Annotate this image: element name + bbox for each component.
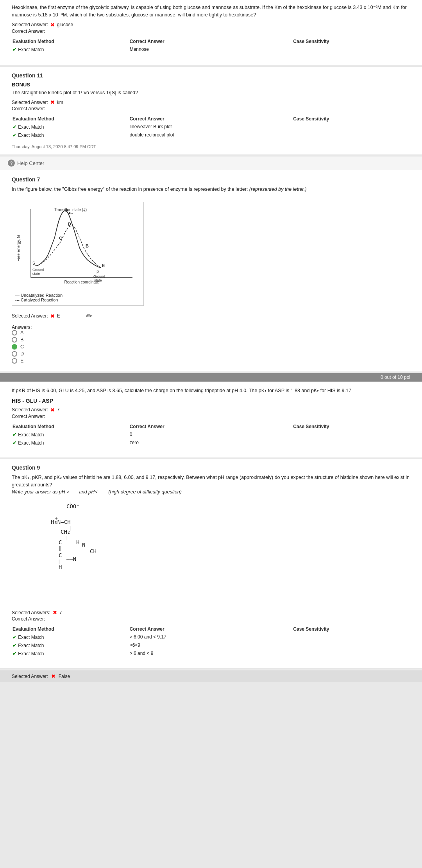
top-section: Hexokinase, the first enzyme of the glyc… <box>0 0 422 65</box>
tri-check1: ✔ <box>13 432 17 438</box>
q9-correct-header: Correct Answer <box>130 626 293 633</box>
tri-eval-table: Evaluation Method Correct Answer Case Se… <box>12 422 410 447</box>
svg-text:B: B <box>86 244 89 248</box>
svg-text:|: | <box>59 559 59 564</box>
q11-number: Question 11 <box>12 72 410 79</box>
q9-eval3: ✔ Exact Match <box>13 650 129 657</box>
correct-answer-row: Correct Answer: <box>12 29 410 34</box>
q9-case3 <box>293 650 409 657</box>
q11-selected-answer-row: Selected Answer: ✖ km <box>12 99 410 105</box>
q11-check2: ✔ <box>13 132 17 138</box>
wrong-icon: ✖ <box>50 22 55 28</box>
radio-c[interactable] <box>12 344 17 350</box>
tri-correct1: 0 <box>130 431 293 438</box>
svg-text:Transition state (‡): Transition state (‡) <box>54 208 87 212</box>
q9-eval1: ✔ Exact Match <box>13 633 129 641</box>
q7-answer-c[interactable]: C <box>12 344 410 350</box>
svg-text:A: A <box>65 208 68 212</box>
q7-answer-d[interactable]: D <box>12 351 410 357</box>
tri-selected-value: 7 <box>57 407 60 412</box>
bottom-selected-label: Selected Answer: <box>12 674 48 679</box>
eval-method-header: Evaluation Method <box>13 38 129 45</box>
q7-answer-a[interactable]: A <box>12 330 410 335</box>
case-sensitivity-header: Case Sensitivity <box>293 38 409 45</box>
q7-selected-value: E <box>57 313 60 319</box>
q11-eval2: ✔ Exact Match <box>13 131 129 139</box>
answer-b-label: B <box>20 337 23 343</box>
histidine-structure: COO⁻ | + H₃N—CH | CH₂ | C H N ‖ CH <box>31 500 410 605</box>
tri-correct2: zero <box>130 439 293 447</box>
answer-c-label: C <box>20 344 24 350</box>
tri-selected-label: Selected Answer: <box>12 407 48 412</box>
q9-check2: ✔ <box>13 642 17 648</box>
q11-eval1: ✔ Exact Match <box>13 123 129 131</box>
q9-selected-label: Selected Answers: <box>12 610 50 615</box>
tri-check2: ✔ <box>13 440 17 446</box>
correct-answer-value: Mannose <box>130 46 293 53</box>
svg-text:state: state <box>94 278 102 282</box>
radio-b[interactable] <box>12 337 17 343</box>
check-icon: ✔ <box>13 47 17 52</box>
svg-text:|: | <box>66 535 67 540</box>
svg-text:H: H <box>59 564 62 570</box>
case-sensitivity-value <box>293 46 409 53</box>
q7-answer-e[interactable]: E <box>12 358 410 364</box>
tri-wrong-icon: ✖ <box>50 407 55 413</box>
bottom-selected-value: False <box>59 674 70 679</box>
svg-text:C: C <box>59 552 62 558</box>
energy-diagram-figure: Free Energy, G Reaction coordinate S Gro… <box>12 202 144 306</box>
q11-eval-table: Evaluation Method Correct Answer Case Se… <box>12 115 410 140</box>
answer-d-label: D <box>20 351 24 357</box>
radio-a[interactable] <box>12 330 17 335</box>
energy-diagram-svg: Free Energy, G Reaction coordinate S Gro… <box>15 205 140 291</box>
svg-text:N: N <box>82 542 85 548</box>
tripeptide-block: If pKR of HIS is 6.00, GLU is 4.25, and … <box>0 382 422 457</box>
q11-correct-label: Correct Answer: <box>12 106 45 111</box>
svg-text:Free Energy, G: Free Energy, G <box>16 235 21 262</box>
q11-check1: ✔ <box>13 124 17 130</box>
peptide-label: HIS - GLU - ASP <box>12 398 410 404</box>
svg-text:H: H <box>76 539 79 545</box>
svg-text:|: | <box>70 525 71 531</box>
q11-wrong-icon: ✖ <box>50 99 55 105</box>
q11-selected-label: Selected Answer: <box>12 100 48 105</box>
help-center-bar[interactable]: ? Help Center <box>0 156 422 170</box>
q7-selected-answer-row: Selected Answer: ✖ E ✏ <box>12 311 410 321</box>
svg-text:E: E <box>102 263 105 268</box>
bottom-bar: Selected Answer: ✖ False <box>0 670 422 682</box>
q9-eval-table: Evaluation Method Correct Answer Case Se… <box>12 625 410 658</box>
q9-body: The pK₁, pKR, and pK₂ values of histidin… <box>12 474 410 496</box>
q11-case1 <box>293 123 409 131</box>
tri-eval2: ✔ Exact Match <box>13 439 129 447</box>
q11-timestamp: Thursday, August 13, 2020 8:47:09 PM CDT <box>12 144 410 149</box>
q7-selected-label: Selected Answer: <box>12 313 48 319</box>
svg-text:S: S <box>32 261 35 265</box>
q9-case1 <box>293 633 409 641</box>
score-bar: 0 out of 10 poi <box>0 373 422 382</box>
histidine-svg: COO⁻ | + H₃N—CH | CH₂ | C H N ‖ CH <box>31 500 117 602</box>
q9-check1: ✔ <box>13 634 17 640</box>
q7-answer-b[interactable]: B <box>12 337 410 343</box>
q9-block: Question 9 The pK₁, pKR, and pK₂ values … <box>0 459 422 668</box>
tri-eval1: ✔ Exact Match <box>13 431 129 438</box>
correct-answer-header: Correct Answer <box>130 38 293 45</box>
svg-text:COO⁻: COO⁻ <box>66 503 80 509</box>
svg-text:C: C <box>59 539 62 545</box>
q9-number: Question 9 <box>12 464 410 471</box>
help-icon[interactable]: ? <box>8 160 15 167</box>
q9-eval-header: Evaluation Method <box>13 626 129 633</box>
legend-uncatalyzed: — Uncatalyzed Reaction <box>15 293 63 298</box>
tri-correct-label: Correct Answer: <box>12 414 45 419</box>
tri-case1 <box>293 431 409 438</box>
q7-number: Question 7 <box>12 176 410 183</box>
q9-correct2: >6<9 <box>130 642 293 649</box>
legend-catalyzed: --- Catalyzed Reaction <box>15 298 58 302</box>
svg-text:CH₂: CH₂ <box>61 529 70 535</box>
svg-text:P: P <box>97 270 99 274</box>
q11-correct2: double reciprocal plot <box>130 131 293 139</box>
q11-bonus-label: BONUS <box>12 82 410 88</box>
radio-e[interactable] <box>12 358 17 364</box>
q11-body: The straight-line kinetic plot of 1/ Vo … <box>12 89 410 97</box>
q11-correct-header: Correct Answer <box>130 115 293 122</box>
radio-d[interactable] <box>12 351 17 357</box>
